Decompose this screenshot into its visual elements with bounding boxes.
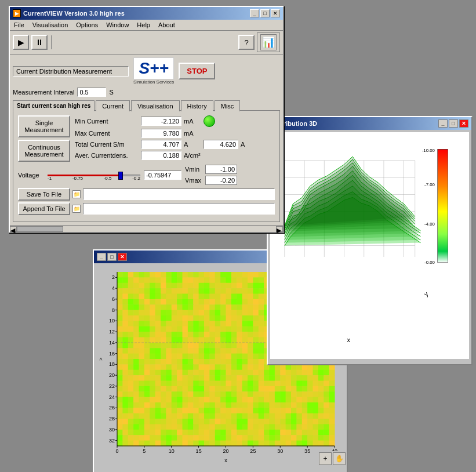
- menu-about[interactable]: About: [157, 21, 177, 29]
- plot-3d-content: x y -10.00 -7.00 -4.00 -0.00 Current in …: [270, 132, 469, 359]
- voltage-slider[interactable]: -1 -0.75 -0.5 -0.2: [48, 169, 140, 181]
- interval-unit: S: [109, 89, 113, 96]
- append-file-icon[interactable]: 📁: [72, 205, 81, 213]
- save-file-icon[interactable]: 📁: [72, 190, 81, 198]
- pan-button[interactable]: ✋: [333, 452, 346, 465]
- zoom-in-button[interactable]: +: [319, 452, 332, 465]
- append-to-file-button[interactable]: Append To File: [18, 202, 70, 215]
- tab-current[interactable]: Current: [96, 100, 130, 111]
- measurement-label[interactable]: Current Distribution Measurement: [13, 66, 129, 77]
- close-button[interactable]: ✕: [271, 9, 280, 17]
- max-current-value[interactable]: [141, 129, 181, 138]
- total-current-row: Total Current S/m A A: [75, 140, 275, 149]
- help-button[interactable]: ?: [238, 35, 255, 50]
- main-title-bar: ▶ CurrentVIEW Version 3.0 high res _ □ ✕: [10, 7, 283, 20]
- save-to-file-button[interactable]: Save To File: [18, 188, 70, 201]
- total-current-unit2: A: [241, 141, 258, 148]
- pause-button[interactable]: ⏸: [31, 35, 48, 50]
- plot2d-maximize[interactable]: □: [107, 253, 117, 261]
- measurement-buttons: SingleMeasurement ContinuousMeasurement: [18, 115, 70, 162]
- tabs: Start current scan high res Current Visu…: [13, 100, 280, 111]
- plot-3d-svg: x y -10.00 -7.00 -4.00 -0.00 Current in …: [270, 132, 469, 359]
- scroll-left-btn[interactable]: ◀: [10, 226, 17, 232]
- continuous-measurement-button[interactable]: ContinuousMeasurement: [18, 140, 70, 162]
- avg-current-row: Aver. Currentdens. A/cm²: [75, 151, 275, 160]
- voltage-value-input[interactable]: [144, 170, 181, 180]
- slider-ticks: -1 -0.75 -0.5 -0.2: [48, 176, 140, 181]
- svg-text:-10.00: -10.00: [422, 148, 435, 153]
- plot-3d-window: ...istribution 3D _ □ ✕: [267, 116, 473, 365]
- tab-visualisation[interactable]: Visualisation: [131, 100, 180, 111]
- max-current-unit: mA: [184, 130, 201, 137]
- stop-button[interactable]: STOP: [179, 63, 215, 79]
- play-button[interactable]: ▶: [13, 35, 29, 50]
- menu-file[interactable]: File: [12, 21, 26, 29]
- single-measurement-button[interactable]: SingleMeasurement: [18, 115, 70, 137]
- plot2d-minimize[interactable]: _: [97, 253, 106, 261]
- tab-start-scan[interactable]: Start current scan high res: [13, 100, 95, 111]
- measurement-section: SingleMeasurement ContinuousMeasurement …: [18, 115, 275, 162]
- tab-history[interactable]: History: [181, 100, 213, 111]
- maximize-button[interactable]: □: [260, 9, 270, 17]
- min-current-unit: mA: [184, 118, 201, 125]
- scroll-thumb[interactable]: [17, 226, 63, 232]
- total-current-label: Total Current S/m: [75, 141, 139, 148]
- main-window: ▶ CurrentVIEW Version 3.0 high res _ □ ✕…: [9, 6, 284, 233]
- logo-area: S++ Simulation Services: [133, 57, 174, 85]
- measurements-readings: Min Current mA Max Current mA Total Curr…: [75, 115, 275, 162]
- logo-sub: Simulation Services: [133, 79, 174, 85]
- toolbar: ▶ ⏸ ? 📊: [10, 31, 283, 55]
- spp-logo: S++: [133, 57, 174, 79]
- svg-text:-0.00: -0.00: [424, 260, 435, 265]
- append-file-row: Append To File 📁: [18, 202, 275, 215]
- plot-bottom-toolbar: + ✋: [318, 451, 347, 466]
- app-icon: ▶: [13, 9, 21, 17]
- status-icon-box: 📊: [257, 32, 280, 52]
- svg-rect-17: [438, 149, 448, 263]
- vmin-input[interactable]: [205, 165, 237, 174]
- vmax-row: Vmax: [185, 176, 237, 185]
- voltage-label: Voltage: [18, 172, 44, 179]
- plot2d-close[interactable]: ✕: [118, 253, 127, 261]
- svg-text:-4.00: -4.00: [424, 222, 435, 227]
- vmax-input[interactable]: [205, 176, 237, 185]
- vmin-row: Vmin: [185, 165, 237, 174]
- vmax-label: Vmax: [185, 177, 204, 184]
- save-file-path[interactable]: [83, 188, 275, 200]
- minimize-button[interactable]: _: [250, 9, 259, 17]
- tab-misc[interactable]: Misc: [215, 100, 241, 111]
- voltage-section: Voltage -1 -0.75 -0.5 -0.2 Vmin: [18, 165, 275, 185]
- max-current-row: Max Current mA: [75, 129, 275, 138]
- interval-input[interactable]: [77, 88, 106, 97]
- status-indicator: [204, 115, 215, 127]
- min-current-row: Min Current mA: [75, 115, 275, 127]
- total-current-value1[interactable]: [141, 140, 181, 149]
- file-section: Save To File 📁 Append To File 📁: [18, 188, 275, 215]
- menu-window[interactable]: Window: [104, 21, 130, 29]
- menu-bar: File Visualisation Options Window Help A…: [10, 20, 283, 31]
- total-current-unit1: A: [184, 141, 201, 148]
- total-current-value2[interactable]: [204, 140, 238, 149]
- scroll-track[interactable]: [17, 226, 276, 232]
- avg-current-value[interactable]: [141, 151, 181, 160]
- toolbar-separator: [51, 35, 52, 49]
- main-window-title: CurrentVIEW Version 3.0 high res: [23, 10, 125, 17]
- append-file-path[interactable]: [83, 203, 275, 215]
- tab-content: SingleMeasurement ContinuousMeasurement …: [13, 110, 280, 222]
- menu-visualisation[interactable]: Visualisation: [31, 21, 70, 29]
- svg-text:-7.00: -7.00: [424, 182, 435, 187]
- menu-options[interactable]: Options: [74, 21, 100, 29]
- plot3d-close[interactable]: ✕: [459, 119, 468, 128]
- menu-help[interactable]: Help: [135, 21, 152, 29]
- horizontal-scrollbar[interactable]: ◀ ▶: [10, 225, 283, 232]
- scroll-right-btn[interactable]: ▶: [276, 226, 283, 232]
- plot3d-maximize[interactable]: □: [449, 119, 458, 128]
- save-file-row: Save To File 📁: [18, 188, 275, 201]
- avg-current-label: Aver. Currentdens.: [75, 152, 139, 159]
- status-icon: 📊: [260, 34, 277, 50]
- interval-row: Measurement Interval S: [13, 88, 280, 97]
- plot3d-minimize[interactable]: _: [438, 119, 448, 128]
- main-content: Current Distribution Measurement S++ Sim…: [10, 55, 283, 225]
- plot-3d-title-bar: ...istribution 3D _ □ ✕: [268, 117, 471, 130]
- min-current-value[interactable]: [141, 117, 181, 126]
